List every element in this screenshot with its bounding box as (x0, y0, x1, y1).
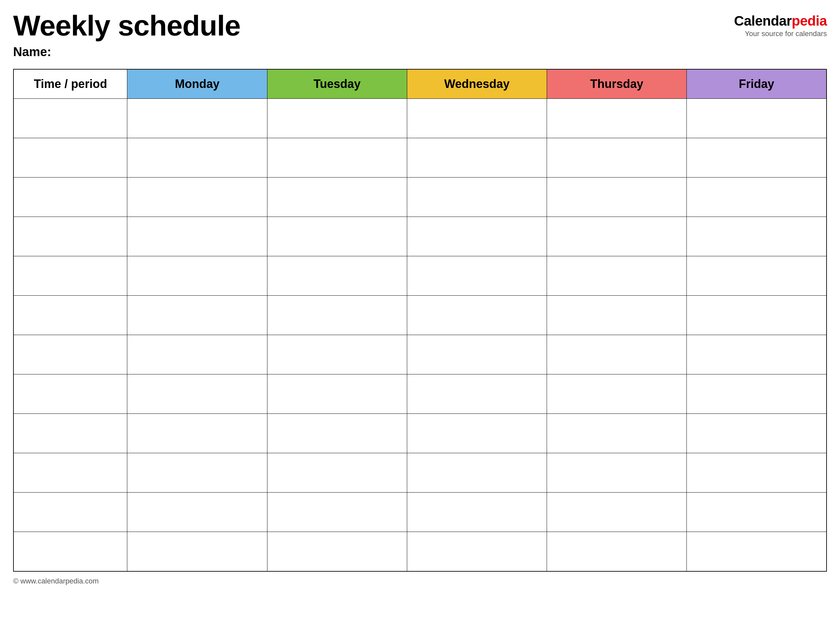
logo-pedia: pedia (792, 13, 827, 28)
table-cell-row6-col2[interactable] (267, 335, 407, 375)
table-cell-row6-col4[interactable] (547, 335, 687, 375)
col-header-thursday: Thursday (547, 69, 687, 99)
col-header-monday: Monday (127, 69, 267, 99)
table-cell-row4-col0[interactable] (13, 256, 127, 296)
table-cell-row9-col3[interactable] (407, 453, 547, 493)
name-label: Name: (13, 45, 240, 59)
logo-tagline: Your source for calendars (745, 30, 827, 38)
table-cell-row7-col3[interactable] (407, 375, 547, 414)
table-cell-row2-col5[interactable] (687, 177, 827, 217)
table-cell-row2-col2[interactable] (267, 177, 407, 217)
table-row (13, 296, 827, 335)
table-cell-row1-col5[interactable] (687, 138, 827, 177)
col-header-tuesday: Tuesday (267, 69, 407, 99)
table-row (13, 453, 827, 493)
table-cell-row2-col0[interactable] (13, 177, 127, 217)
table-cell-row0-col5[interactable] (687, 99, 827, 138)
table-cell-row5-col3[interactable] (407, 296, 547, 335)
table-cell-row11-col5[interactable] (687, 532, 827, 571)
table-row (13, 532, 827, 571)
table-cell-row0-col1[interactable] (127, 99, 267, 138)
table-cell-row4-col1[interactable] (127, 256, 267, 296)
footer: © www.calendarpedia.com (13, 577, 827, 585)
table-cell-row11-col0[interactable] (13, 532, 127, 571)
logo-text: Calendarpedia (734, 13, 827, 29)
table-cell-row1-col2[interactable] (267, 138, 407, 177)
table-cell-row10-col4[interactable] (547, 493, 687, 532)
page-title: Weekly schedule (13, 10, 240, 42)
logo-area: Calendarpedia Your source for calendars (734, 13, 827, 38)
table-cell-row5-col5[interactable] (687, 296, 827, 335)
table-cell-row10-col1[interactable] (127, 493, 267, 532)
title-area: Weekly schedule Name: (13, 10, 240, 59)
table-cell-row3-col3[interactable] (407, 217, 547, 256)
table-cell-row5-col4[interactable] (547, 296, 687, 335)
table-cell-row11-col4[interactable] (547, 532, 687, 571)
table-cell-row2-col1[interactable] (127, 177, 267, 217)
table-cell-row1-col1[interactable] (127, 138, 267, 177)
table-cell-row0-col0[interactable] (13, 99, 127, 138)
table-cell-row9-col5[interactable] (687, 453, 827, 493)
table-cell-row7-col2[interactable] (267, 375, 407, 414)
table-cell-row0-col4[interactable] (547, 99, 687, 138)
table-cell-row0-col3[interactable] (407, 99, 547, 138)
table-row (13, 256, 827, 296)
table-cell-row3-col4[interactable] (547, 217, 687, 256)
table-cell-row5-col0[interactable] (13, 296, 127, 335)
schedule-body (13, 99, 827, 571)
table-cell-row9-col1[interactable] (127, 453, 267, 493)
table-cell-row4-col2[interactable] (267, 256, 407, 296)
table-cell-row8-col0[interactable] (13, 414, 127, 453)
table-row (13, 493, 827, 532)
table-cell-row7-col4[interactable] (547, 375, 687, 414)
table-cell-row2-col4[interactable] (547, 177, 687, 217)
table-cell-row7-col5[interactable] (687, 375, 827, 414)
table-cell-row8-col2[interactable] (267, 414, 407, 453)
table-cell-row10-col2[interactable] (267, 493, 407, 532)
table-cell-row8-col3[interactable] (407, 414, 547, 453)
table-cell-row1-col3[interactable] (407, 138, 547, 177)
table-cell-row6-col0[interactable] (13, 335, 127, 375)
table-cell-row11-col3[interactable] (407, 532, 547, 571)
table-cell-row3-col5[interactable] (687, 217, 827, 256)
table-cell-row4-col3[interactable] (407, 256, 547, 296)
table-row (13, 375, 827, 414)
footer-text: © www.calendarpedia.com (13, 577, 99, 585)
table-row (13, 217, 827, 256)
table-cell-row5-col1[interactable] (127, 296, 267, 335)
schedule-table: Time / period Monday Tuesday Wednesday T… (13, 69, 827, 572)
table-cell-row2-col3[interactable] (407, 177, 547, 217)
col-header-friday: Friday (687, 69, 827, 99)
table-cell-row10-col5[interactable] (687, 493, 827, 532)
table-cell-row9-col0[interactable] (13, 453, 127, 493)
table-cell-row5-col2[interactable] (267, 296, 407, 335)
table-cell-row7-col1[interactable] (127, 375, 267, 414)
table-cell-row3-col0[interactable] (13, 217, 127, 256)
page-header: Weekly schedule Name: Calendarpedia Your… (13, 10, 827, 59)
table-cell-row10-col3[interactable] (407, 493, 547, 532)
table-cell-row9-col2[interactable] (267, 453, 407, 493)
table-row (13, 177, 827, 217)
table-cell-row8-col1[interactable] (127, 414, 267, 453)
table-cell-row9-col4[interactable] (547, 453, 687, 493)
table-cell-row6-col1[interactable] (127, 335, 267, 375)
table-cell-row3-col2[interactable] (267, 217, 407, 256)
table-cell-row8-col4[interactable] (547, 414, 687, 453)
table-cell-row10-col0[interactable] (13, 493, 127, 532)
table-row (13, 138, 827, 177)
table-cell-row4-col4[interactable] (547, 256, 687, 296)
table-cell-row3-col1[interactable] (127, 217, 267, 256)
table-cell-row1-col4[interactable] (547, 138, 687, 177)
table-cell-row11-col1[interactable] (127, 532, 267, 571)
logo-calendar: Calendar (734, 13, 792, 28)
table-row (13, 414, 827, 453)
table-cell-row6-col5[interactable] (687, 335, 827, 375)
table-cell-row1-col0[interactable] (13, 138, 127, 177)
table-cell-row11-col2[interactable] (267, 532, 407, 571)
table-cell-row4-col5[interactable] (687, 256, 827, 296)
table-cell-row0-col2[interactable] (267, 99, 407, 138)
table-cell-row7-col0[interactable] (13, 375, 127, 414)
table-cell-row6-col3[interactable] (407, 335, 547, 375)
table-cell-row8-col5[interactable] (687, 414, 827, 453)
table-row (13, 99, 827, 138)
